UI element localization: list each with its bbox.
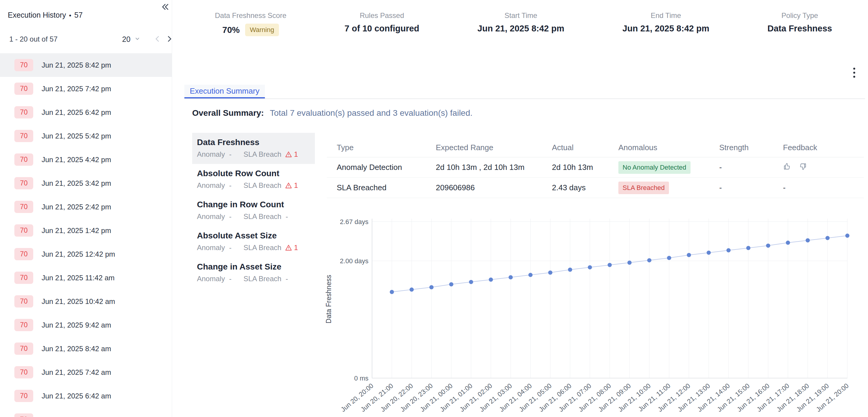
execution-history-item[interactable]: 70Jun 21, 2025 6:42 am — [0, 384, 172, 408]
overall-summary: Overall Summary: Total 7 evaluation(s) p… — [192, 108, 473, 118]
col-header-expected-range: Expected Range — [436, 143, 552, 152]
next-page-button[interactable] — [165, 35, 174, 44]
execution-history-item[interactable]: 70Jun 21, 2025 7:42 pm — [0, 77, 172, 100]
sidebar-title: Execution History•57 — [8, 11, 83, 20]
prev-page-button[interactable] — [153, 35, 162, 44]
pagination-bar: 1 - 20 out of 57 20 — [0, 33, 172, 45]
anomaly-label: Anomaly — [197, 150, 225, 159]
thumbs-up-icon[interactable] — [783, 162, 791, 170]
execution-timestamp: Jun 21, 2025 8:42 am — [41, 345, 111, 353]
anomaly-label: Anomaly — [197, 244, 225, 252]
execution-timestamp: Jun 21, 2025 9:42 am — [41, 321, 111, 329]
score-badge: 70 — [14, 154, 33, 166]
tab-bar: Execution Summary — [184, 85, 865, 99]
cell-type: SLA Breached — [337, 183, 436, 192]
sla-breach-label: SLA Breach — [243, 244, 281, 252]
anomaly-value: - — [229, 150, 231, 159]
execution-history-item[interactable]: 70Jun 21, 2025 10:42 am — [0, 290, 172, 313]
rule-title: Absolute Row Count — [197, 169, 315, 178]
score-badge: 70 — [14, 248, 33, 260]
stat-label: Data Freshness Score — [215, 11, 286, 20]
stat-start-time: Start Time Jun 21, 2025 8:42 pm — [477, 11, 564, 36]
pagination-range-text: 1 - 20 out of 57 — [9, 35, 58, 43]
thumbs-down-icon[interactable] — [799, 162, 807, 170]
execution-history-item[interactable]: 70Jun 21, 2025 6:42 pm — [0, 100, 172, 124]
execution-history-item[interactable]: 70Jun 21, 2025 8:42 am — [0, 337, 172, 360]
data-freshness-chart: 0 ms2.00 days2.67 daysData FreshnessJun … — [323, 210, 868, 417]
execution-history-item[interactable]: 70Jun 21, 2025 3:42 pm — [0, 171, 172, 195]
table-row: SLA Breached2096069862.43 daysSLA Breach… — [327, 178, 864, 198]
rule-card[interactable]: Absolute Asset SizeAnomaly-SLA Breach1 — [192, 226, 315, 257]
cell-actual: 2.43 days — [552, 183, 618, 192]
execution-timestamp: Jun 21, 2025 1:42 pm — [41, 226, 111, 235]
execution-history-item[interactable]: 70Jun 21, 2025 8:42 pm — [0, 53, 172, 77]
anomalous-status-badge: SLA Breached — [618, 182, 669, 194]
score-badge: 70 — [14, 271, 33, 284]
collapse-sidebar-icon[interactable] — [160, 2, 170, 12]
execution-timestamp: Jun 21, 2025 6:42 am — [41, 392, 111, 400]
execution-timestamp: Jun 21, 2025 7:42 pm — [41, 85, 111, 93]
sla-breach-value: - — [285, 275, 288, 283]
anomaly-value: - — [229, 181, 231, 190]
rule-title: Change in Asset Size — [197, 262, 315, 271]
sla-breach-count: 1 — [294, 181, 298, 190]
rules-list: Data FreshnessAnomaly-SLA Breach1Absolut… — [192, 133, 315, 288]
sla-breach-label: SLA Breach — [243, 181, 281, 190]
execution-timestamp: Jun 21, 2025 4:42 pm — [41, 156, 111, 164]
score-badge: 70 — [14, 390, 33, 402]
col-header-type: Type — [337, 143, 436, 152]
anomaly-value: - — [229, 275, 231, 283]
execution-history-item[interactable]: 70Jun 21, 2025 5:42 pm — [0, 124, 172, 148]
overall-summary-text: Total 7 evaluation(s) passed and 3 evalu… — [270, 108, 472, 118]
execution-history-item[interactable]: 70Jun 21, 2025 4:42 pm — [0, 148, 172, 171]
sla-breach-label: SLA Breach — [243, 150, 281, 159]
more-options-kebab-icon[interactable] — [852, 67, 856, 79]
execution-history-item[interactable]: 70Jun 21, 2025 5:42 am — [0, 408, 172, 417]
execution-history-item[interactable]: 70Jun 21, 2025 11:42 am — [0, 266, 172, 290]
execution-history-item[interactable]: 70Jun 21, 2025 1:42 pm — [0, 219, 172, 242]
anomaly-value: - — [229, 244, 231, 252]
cell-expected-range: 209606986 — [436, 183, 552, 192]
anomaly-label: Anomaly — [197, 275, 225, 283]
tab-execution-summary[interactable]: Execution Summary — [184, 85, 265, 98]
execution-timestamp: Jun 21, 2025 7:42 am — [41, 368, 111, 377]
stat-end-time: End Time Jun 21, 2025 8:42 pm — [623, 11, 709, 36]
rule-card[interactable]: Absolute Row CountAnomaly-SLA Breach1 — [192, 164, 315, 195]
execution-timestamp: Jun 21, 2025 5:42 pm — [41, 132, 111, 140]
warning-triangle-icon — [285, 151, 292, 158]
cell-feedback: - — [783, 183, 852, 192]
execution-history-item[interactable]: 70Jun 21, 2025 12:42 pm — [0, 242, 172, 266]
execution-history-item[interactable]: 70Jun 21, 2025 7:42 am — [0, 360, 172, 384]
execution-history-item[interactable]: 70Jun 21, 2025 2:42 pm — [0, 195, 172, 219]
col-header-anomalous: Anomalous — [618, 143, 719, 152]
sla-breach-count: 1 — [294, 244, 298, 252]
table-body: Anomaly Detection2d 10h 13m , 2d 10h 13m… — [327, 157, 864, 198]
warning-triangle-icon — [285, 244, 292, 251]
sla-breach-label: SLA Breach — [243, 213, 281, 221]
execution-timestamp: Jun 21, 2025 3:42 pm — [41, 179, 111, 188]
rule-card[interactable]: Data FreshnessAnomaly-SLA Breach1 — [192, 133, 315, 164]
execution-history-sidebar: Execution History•57 1 - 20 out of 57 20… — [0, 0, 172, 417]
page-size-dropdown[interactable]: 20 — [122, 35, 141, 44]
warning-status-badge: Warning — [245, 24, 279, 36]
stat-value: Jun 21, 2025 8:42 pm — [477, 24, 564, 33]
score-badge: 70 — [14, 177, 33, 189]
rule-card[interactable]: Change in Row CountAnomaly-SLA Breach- — [192, 195, 315, 226]
sla-breach-value: - — [285, 213, 288, 221]
sla-breach-count: 1 — [294, 150, 298, 159]
page-size-value: 20 — [122, 35, 130, 44]
rule-title: Absolute Asset Size — [197, 231, 315, 240]
evaluation-detail-table: Type Expected Range Actual Anomalous Str… — [327, 138, 864, 198]
sla-breach-label: SLA Breach — [243, 275, 281, 283]
overall-summary-label: Overall Summary: — [192, 108, 264, 118]
rule-subline: Anomaly-SLA Breach- — [197, 213, 315, 221]
cell-strength: - — [719, 183, 783, 192]
execution-history-item[interactable]: 70Jun 21, 2025 9:42 am — [0, 313, 172, 337]
chevron-down-icon — [134, 35, 141, 44]
rule-card[interactable]: Change in Asset SizeAnomaly-SLA Breach- — [192, 257, 315, 288]
table-header-row: Type Expected Range Actual Anomalous Str… — [327, 138, 864, 157]
score-badge: 70 — [14, 319, 33, 331]
svg-text:2.67 days: 2.67 days — [340, 218, 368, 226]
score-badge: 70 — [14, 83, 33, 95]
execution-timestamp: Jun 21, 2025 5:42 am — [41, 416, 111, 417]
